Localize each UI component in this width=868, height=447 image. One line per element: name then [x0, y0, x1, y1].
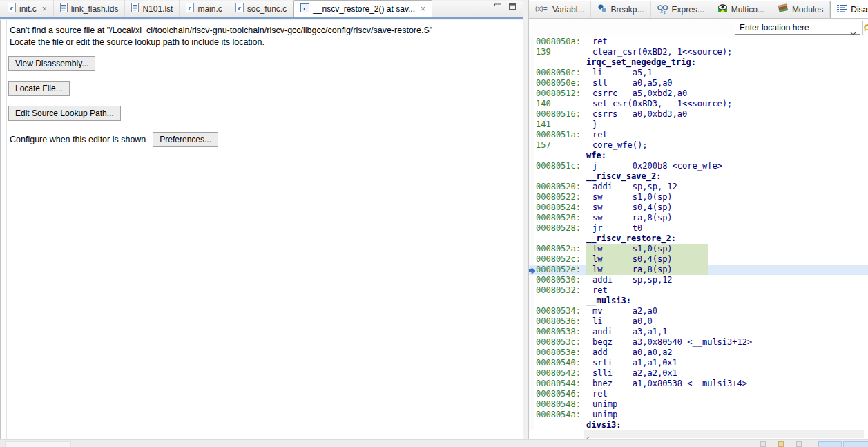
svg-text:c: c	[10, 4, 14, 12]
asm-instruction: csrrc a5,0xbd2,a0	[584, 88, 687, 98]
asm-source-line-number: 139	[536, 47, 584, 57]
close-icon[interactable]: ×	[42, 6, 47, 12]
asm-row[interactable]: 00080528:jr t0	[529, 223, 868, 234]
tab-n101-lst[interactable]: N101.lst	[125, 0, 180, 17]
asm-row[interactable]: __mulsi3:	[529, 296, 868, 306]
tab-riscv-restore-2-at-sav[interactable]: c__riscv_restore_2() at sav...×	[293, 0, 432, 17]
asm-row[interactable]: __riscv_save_2:	[529, 171, 868, 182]
tab-label: Multico...	[731, 5, 764, 15]
asm-row[interactable]: 0008050a:ret	[529, 37, 868, 47]
asm-address: 00080522:	[536, 192, 584, 202]
asm-row[interactable]: 157core_wfe();	[529, 140, 868, 151]
asm-row[interactable]: 00080526:sw ra,8(sp)	[529, 213, 868, 223]
asm-row[interactable]: 0008053e:add a0,a0,a2	[529, 348, 868, 358]
tab-breakp[interactable]: Breakp...	[591, 1, 650, 18]
asm-row[interactable]: 0008051c:j 0x200b8 <core_wfe>	[529, 161, 868, 171]
asm-address: 0008052e:	[536, 265, 584, 275]
asm-symbol-label: __riscv_save_2:	[586, 171, 661, 181]
asm-row[interactable]: 0008052a:lw s1,0(sp)	[529, 244, 868, 254]
asm-row[interactable]: 0008050c:li a5,1	[529, 68, 868, 78]
tab-main-c[interactable]: cmain.c	[180, 0, 229, 17]
edit-source-lookup-button[interactable]: Edit Source Lookup Path...	[8, 106, 121, 121]
asm-address: 0008051c:	[536, 161, 584, 171]
location-input[interactable]	[735, 21, 860, 34]
tab-init-c[interactable]: cinit.c×	[1, 0, 54, 17]
asm-instruction: j 0x200b8 <core_wfe>	[584, 161, 722, 171]
asm-address: 0008053e:	[536, 348, 584, 358]
source-not-found-editor: Can't find a source file at "/Local/xl_c…	[0, 20, 523, 441]
asm-address: 0008050e:	[536, 78, 584, 88]
tab-label: __riscv_restore_2() at sav...	[313, 4, 415, 14]
asm-row[interactable]: 0008052c:lw s0,4(sp)	[529, 254, 868, 265]
minimize-icon[interactable]	[494, 1, 502, 13]
asm-address: 0008051a:	[536, 130, 584, 140]
tab-soc-func-c[interactable]: csoc_func.c	[229, 0, 293, 17]
asm-address: 00080520:	[536, 182, 584, 192]
asm-symbol-label: __mulsi3:	[586, 296, 631, 305]
asm-row[interactable]: irqc_set_negedge_trig:	[529, 57, 868, 68]
asm-row[interactable]: 00080536:li a0,0	[529, 316, 868, 327]
asm-row[interactable]: 0008053c:beqz a3,0x80540 <__mulsi3+12>	[529, 337, 868, 348]
asm-row[interactable]: 0008054a:unimp	[529, 410, 868, 420]
asm-source-line: set_csr(0xBD3, 1<<source);	[584, 99, 732, 108]
preferences-button[interactable]: Preferences...	[153, 132, 218, 147]
asm-instruction: ret	[584, 37, 633, 46]
asm-instruction: ret	[584, 130, 633, 140]
view-disassembly-button[interactable]: View Disassembly...	[8, 56, 95, 71]
asm-row[interactable]: 00080538:andi a3,a1,1	[529, 327, 868, 337]
asm-row[interactable]: 00080548:unimp	[529, 399, 868, 410]
close-icon[interactable]: ×	[421, 6, 425, 12]
tab-variabl[interactable]: (x)=Variabl...	[529, 1, 591, 18]
asm-row[interactable]: 00080544:bnez a1,0x80538 <__mulsi3+4>	[529, 379, 868, 389]
missing-source-hint: Locate the file or edit the source looku…	[10, 37, 264, 47]
asm-row[interactable]: __riscv_restore_2:	[529, 234, 868, 244]
asm-instruction: ret	[584, 389, 633, 399]
tab-expres[interactable]: x2Expres...	[651, 1, 711, 18]
asm-row[interactable]: 00080534:mv a2,a0	[529, 306, 868, 316]
asm-instruction: andi a3,a1,1	[584, 327, 667, 336]
asm-row[interactable]: 00080546:ret	[529, 389, 868, 399]
refresh-icon[interactable]	[862, 22, 868, 35]
disassembly-view: (x)=Variabl...Breakp...x2Expres...Multic…	[528, 0, 868, 441]
c-file-icon: c	[8, 3, 16, 15]
status-widget-icon[interactable]	[796, 441, 802, 447]
tab-link-flash-lds[interactable]: link_flash.lds	[54, 0, 126, 17]
asm-address: 00080544:	[536, 379, 584, 389]
asm-row[interactable]: 00080516:csrrs a0,0xbd3,a0	[529, 109, 868, 120]
asm-instruction: li a5,1	[584, 68, 653, 77]
maximize-icon[interactable]	[509, 1, 517, 13]
asm-row[interactable]: divsi3:	[529, 420, 868, 430]
status-widget-icon[interactable]	[760, 441, 766, 447]
asm-row[interactable]: wfe:	[529, 151, 868, 161]
status-widget-selected[interactable]	[843, 441, 868, 447]
asm-row[interactable]: 00080542:slli a2,a2,0x1	[529, 368, 868, 379]
asm-row[interactable]: 00080530:addi sp,sp,12	[529, 275, 868, 285]
asm-row[interactable]: 0008052e:lw ra,8(sp)	[529, 265, 868, 275]
horizontal-scrollbar[interactable]	[584, 430, 864, 438]
asm-instruction: sll a0,a5,a0	[584, 78, 673, 88]
asm-row[interactable]: 139clear_csr(0xBD2, 1<<source);	[529, 47, 868, 57]
tab-modules[interactable]: Modules	[771, 1, 830, 18]
asm-source-line: }	[584, 120, 597, 129]
c-file-active-icon: c	[300, 3, 309, 15]
asm-row[interactable]: 00080540:srli a1,a1,0x1	[529, 358, 868, 368]
tab-label: soc_func.c	[247, 4, 287, 14]
asm-row[interactable]: 141}	[529, 120, 868, 130]
status-widget-selected[interactable]	[818, 441, 842, 447]
asm-row[interactable]: 0008050e:sll a0,a5,a0	[529, 78, 868, 88]
editor-part: cinit.c×link_flash.ldsN101.lstcmain.ccso…	[0, 0, 523, 441]
asm-row[interactable]: 00080520:addi sp,sp,-12	[529, 182, 868, 192]
asm-row[interactable]: 00080512:csrrc a5,0xbd2,a0	[529, 88, 868, 99]
locate-file-button[interactable]: Locate File...	[8, 81, 70, 96]
asm-row[interactable]: 140set_csr(0xBD3, 1<<source);	[529, 99, 868, 109]
asm-row[interactable]: 0008051a:ret	[529, 130, 868, 140]
asm-instruction: sw s0,4(sp)	[584, 202, 673, 212]
tab-disasse[interactable]: Disasse...	[830, 1, 868, 18]
asm-address: 00080548:	[536, 399, 584, 410]
tab-multico[interactable]: Multico...	[711, 1, 771, 18]
asm-row[interactable]: 00080532:ret	[529, 285, 868, 296]
asm-row[interactable]: 00080524:sw s0,4(sp)	[529, 202, 868, 213]
status-widget-icon[interactable]	[778, 441, 784, 447]
c-file-icon: c	[186, 3, 194, 15]
asm-row[interactable]: 00080522:sw s1,0(sp)	[529, 192, 868, 202]
